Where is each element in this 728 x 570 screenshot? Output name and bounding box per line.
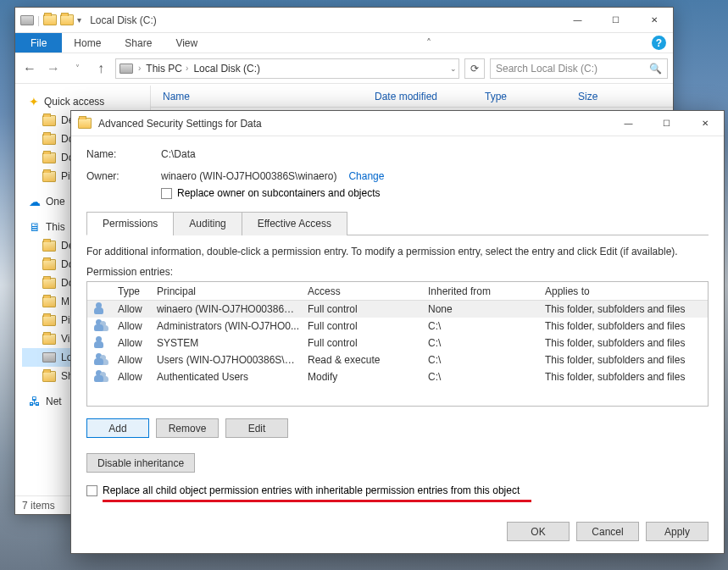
- maximize-button[interactable]: ☐: [647, 111, 686, 136]
- folder-icon: [42, 259, 56, 270]
- table-row[interactable]: AllowSYSTEMFull controlC:\This folder, s…: [87, 335, 708, 351]
- column-type[interactable]: Type: [473, 91, 566, 102]
- col-access[interactable]: Access: [301, 285, 421, 297]
- ribbon-collapse-icon[interactable]: ˄: [426, 33, 431, 53]
- folder-icon: [42, 134, 56, 145]
- share-tab[interactable]: Share: [113, 33, 164, 53]
- explorer-titlebar[interactable]: | ▾ Local Disk (C:) — ☐ ✕: [15, 8, 673, 33]
- drive-icon: [20, 15, 34, 25]
- quick-access-node[interactable]: ✦Quick access: [22, 92, 150, 111]
- search-placeholder: Search Local Disk (C:): [496, 63, 597, 75]
- ok-button[interactable]: OK: [507, 522, 570, 541]
- close-button[interactable]: ✕: [686, 111, 724, 136]
- instructions-text: For additional information, double-click…: [86, 246, 709, 257]
- disable-inheritance-button[interactable]: Disable inheritance: [86, 453, 195, 473]
- address-history-icon[interactable]: ⌄: [450, 64, 457, 73]
- apply-button[interactable]: Apply: [646, 522, 709, 541]
- remove-button[interactable]: Remove: [156, 418, 219, 438]
- breadcrumb[interactable]: This PC ›: [146, 63, 188, 75]
- table-row[interactable]: AllowAdministrators (WIN-OJ7HO0...Full c…: [87, 318, 708, 335]
- folder-icon: [42, 315, 56, 326]
- column-size[interactable]: Size: [566, 91, 634, 102]
- help-icon[interactable]: ?: [652, 36, 666, 50]
- network-icon: 🖧: [29, 395, 41, 408]
- cell-principal: Users (WIN-OJ7HO00386S\Us...: [150, 354, 301, 366]
- cancel-button[interactable]: Cancel: [576, 522, 639, 541]
- table-row[interactable]: AllowAuthenticated UsersModifyC:\This fo…: [87, 368, 708, 385]
- search-input[interactable]: Search Local Disk (C:) 🔍: [490, 58, 668, 79]
- tab-permissions[interactable]: Permissions: [86, 212, 174, 235]
- cloud-icon: ☁: [29, 195, 41, 208]
- table-row[interactable]: Allowwinaero (WIN-OJ7HO00386S\...Full co…: [87, 301, 708, 318]
- permission-entries-table[interactable]: Type Principal Access Inherited from App…: [86, 281, 709, 407]
- address-bar[interactable]: › This PC › Local Disk (C:) ⌄: [115, 58, 459, 79]
- drive-icon: [42, 352, 56, 362]
- folder-icon: [42, 371, 56, 382]
- cell-principal: SYSTEM: [150, 337, 301, 349]
- minimize-button[interactable]: —: [609, 111, 647, 136]
- cell-inherited: None: [421, 303, 538, 315]
- cell-principal: Administrators (WIN-OJ7HO0...: [150, 320, 301, 332]
- edit-button[interactable]: Edit: [225, 418, 288, 438]
- folder-icon: [42, 152, 56, 163]
- column-date[interactable]: Date modified: [363, 91, 473, 102]
- cell-inherited: C:\: [421, 354, 538, 366]
- col-applies[interactable]: Applies to: [538, 285, 708, 297]
- star-icon: ✦: [29, 95, 39, 108]
- replace-owner-label: Replace owner on subcontainers and objec…: [177, 187, 380, 199]
- breadcrumb[interactable]: Local Disk (C:): [193, 63, 260, 75]
- replace-children-checkbox[interactable]: [86, 485, 97, 496]
- folder-icon: [42, 278, 56, 289]
- add-button[interactable]: Add: [86, 418, 149, 438]
- user-icon: [94, 353, 109, 365]
- window-title: Local Disk (C:): [90, 14, 157, 26]
- owner-label: Owner:: [86, 170, 161, 182]
- cell-access: Full control: [301, 303, 421, 315]
- recent-locations-icon[interactable]: ˅: [68, 64, 86, 73]
- column-headers[interactable]: Name Date modified Type Size: [151, 86, 673, 108]
- monitor-icon: 🖥: [29, 220, 41, 234]
- chevron-right-icon[interactable]: ›: [138, 64, 141, 73]
- folder-icon[interactable]: [43, 14, 57, 25]
- cell-applies: This folder, subfolders and files: [538, 337, 708, 349]
- qat-dropdown-icon[interactable]: ▾: [77, 15, 81, 25]
- back-button[interactable]: ←: [20, 61, 39, 76]
- cell-applies: This folder, subfolders and files: [538, 303, 708, 315]
- cell-type: Allow: [111, 320, 150, 332]
- tab-effective-access[interactable]: Effective Access: [242, 212, 347, 235]
- tab-auditing[interactable]: Auditing: [173, 212, 242, 235]
- name-value: C:\Data: [161, 148, 196, 160]
- ribbon-tabs: File Home Share View ˄ ?: [15, 33, 673, 53]
- minimize-button[interactable]: —: [559, 8, 597, 32]
- dialog-button-row: OK Cancel Apply: [71, 513, 724, 553]
- col-inherited[interactable]: Inherited from: [421, 285, 538, 297]
- refresh-button[interactable]: ⟳: [464, 58, 485, 79]
- col-type[interactable]: Type: [111, 285, 150, 297]
- qat-divider: |: [37, 14, 40, 26]
- replace-owner-checkbox[interactable]: [161, 188, 172, 199]
- search-icon[interactable]: 🔍: [649, 63, 662, 75]
- up-button[interactable]: ↑: [92, 61, 110, 76]
- maximize-button[interactable]: ☐: [597, 8, 635, 32]
- cell-access: Full control: [301, 320, 421, 332]
- table-header[interactable]: Type Principal Access Inherited from App…: [87, 282, 708, 301]
- dialog-titlebar[interactable]: Advanced Security Settings for Data — ☐ …: [71, 111, 724, 136]
- change-owner-link[interactable]: Change: [348, 170, 384, 182]
- col-principal[interactable]: Principal: [150, 285, 301, 297]
- cell-access: Read & execute: [301, 354, 421, 366]
- file-tab[interactable]: File: [15, 33, 62, 53]
- forward-button[interactable]: →: [44, 61, 63, 76]
- home-tab[interactable]: Home: [62, 33, 113, 53]
- close-button[interactable]: ✕: [635, 8, 673, 32]
- cell-access: Full control: [301, 337, 421, 349]
- cell-applies: This folder, subfolders and files: [538, 320, 708, 332]
- table-row[interactable]: AllowUsers (WIN-OJ7HO00386S\Us...Read & …: [87, 351, 708, 368]
- tab-strip: Permissions Auditing Effective Access: [86, 211, 709, 235]
- quick-access-toolbar: | ▾: [15, 14, 81, 26]
- cell-principal: winaero (WIN-OJ7HO00386S\...: [150, 303, 301, 315]
- view-tab[interactable]: View: [164, 33, 209, 53]
- chevron-right-icon[interactable]: ›: [186, 64, 188, 73]
- folder-icon[interactable]: [60, 14, 74, 25]
- column-name[interactable]: Name: [151, 91, 363, 102]
- cell-inherited: C:\: [421, 371, 538, 383]
